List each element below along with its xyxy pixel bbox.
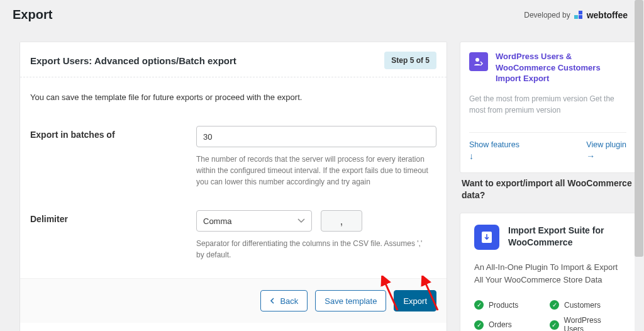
intro-text: You can save the template file for futur… xyxy=(30,93,436,102)
check-icon: ✓ xyxy=(550,300,559,310)
svg-rect-0 xyxy=(574,15,578,19)
feature-label: WordPress Users xyxy=(564,316,621,331)
show-features-link[interactable]: Show features ↓ xyxy=(469,140,519,161)
delimiter-label: Delimiter xyxy=(30,210,196,261)
delimiter-symbol: , xyxy=(321,210,362,232)
import-export-suite-icon xyxy=(474,225,499,250)
svg-point-3 xyxy=(475,58,479,62)
chevron-left-icon xyxy=(270,298,276,304)
svg-line-6 xyxy=(424,279,438,310)
feature-item: ✓Products xyxy=(474,300,546,310)
save-template-button[interactable]: Save template xyxy=(315,290,386,311)
batch-label: Export in batches of xyxy=(30,126,196,188)
arrow-right-icon: → xyxy=(586,151,626,161)
back-button[interactable]: Back xyxy=(260,290,308,311)
sidebar-mid-heading: Want to export/import all WooCommerce da… xyxy=(462,177,635,202)
delimiter-select[interactable]: Comma xyxy=(196,210,312,232)
webtoffee-logo-icon xyxy=(574,10,583,20)
feature-item: ✓Orders xyxy=(474,316,546,331)
developed-by-prefix: Developed by xyxy=(524,11,570,20)
feature-item: ✓Customers xyxy=(550,300,621,310)
sidebar: WordPress Users & WooCommerce Customers … xyxy=(460,42,635,331)
webtoffee-logo-text: webtoffee xyxy=(587,10,628,20)
batch-input[interactable] xyxy=(196,126,436,147)
svg-rect-2 xyxy=(579,15,582,19)
check-icon: ✓ xyxy=(474,320,484,330)
view-plugin-link[interactable]: View plugin → xyxy=(586,140,626,161)
back-button-label: Back xyxy=(280,296,298,306)
promo-card-2: Import Export Suite for WooCommerce An A… xyxy=(460,213,635,331)
developed-by: Developed by webtoffee xyxy=(524,10,628,20)
scrollbar-thumb[interactable] xyxy=(635,0,643,257)
save-template-label: Save template xyxy=(325,296,377,306)
card-title: Export Users: Advanced options/Batch exp… xyxy=(30,55,236,66)
svg-rect-1 xyxy=(579,11,582,14)
check-icon: ✓ xyxy=(474,300,484,310)
feature-label: Customers xyxy=(564,301,601,310)
page-title: Export xyxy=(13,8,52,22)
feature-label: Products xyxy=(489,301,518,310)
promo2-desc: An All-In-One Plugin To Import & Export … xyxy=(474,261,621,286)
delimiter-row: Delimiter Comma , Separator for differen… xyxy=(30,210,436,261)
check-icon: ✓ xyxy=(550,320,559,330)
batch-help: The number of records that the server wi… xyxy=(196,154,429,188)
delimiter-help: Separator for differentiating the column… xyxy=(196,238,429,261)
arrow-down-icon: ↓ xyxy=(469,151,519,161)
annotation-arrow-icon xyxy=(419,276,444,313)
promo-card-1: WordPress Users & WooCommerce Customers … xyxy=(460,42,635,172)
batch-row: Export in batches of The number of recor… xyxy=(30,126,436,188)
promo2-title: Import Export Suite for WooCommerce xyxy=(508,225,621,249)
step-badge: Step 5 of 5 xyxy=(384,52,436,69)
view-plugin-label: View plugin xyxy=(586,140,626,149)
promo1-desc: Get the most from premium version Get th… xyxy=(469,93,626,116)
users-export-icon xyxy=(469,52,488,71)
promo1-title: WordPress Users & WooCommerce Customers … xyxy=(496,51,626,84)
feature-label: Orders xyxy=(489,320,512,329)
svg-line-5 xyxy=(384,279,397,310)
show-features-label: Show features xyxy=(469,140,519,149)
annotation-arrow-icon xyxy=(379,276,404,313)
feature-item: ✓WordPress Users xyxy=(550,316,621,331)
